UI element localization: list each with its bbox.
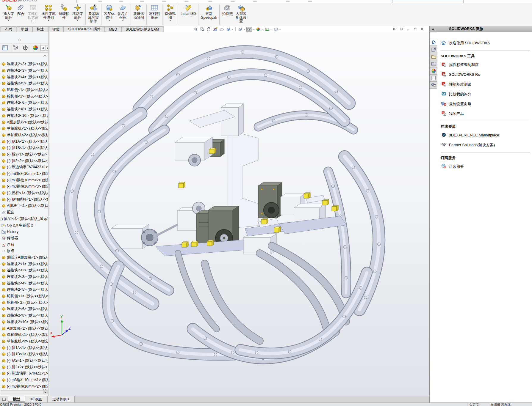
dropdown-caret-icon[interactable]: [231, 29, 233, 30]
tree-row[interactable]: G6 2,0 中的配合: [0, 222, 48, 229]
toolbar-button-update-speedpak[interactable]: 更新 Speedpak: [199, 3, 218, 26]
pane-next-icon[interactable]: [399, 27, 404, 31]
tree-row[interactable]: 连接块2<4> (默认<<默认>: [0, 280, 48, 287]
ribbon-tab[interactable]: SOLIDWORKS 插件: [64, 26, 105, 32]
tree-row[interactable]: (-) m3铜柱10mm<3> (默认: [0, 183, 48, 190]
tree-row[interactable]: 连接块2<5> (默认<<默认>: [0, 287, 48, 293]
tree-row[interactable]: (-) 腿2<2> (默认<<默认>_: [0, 158, 48, 164]
tree-row[interactable]: 连接块2<8> (默认<<默认>: [0, 312, 48, 319]
tree-row[interactable]: (-) 腿1B<1> (默认<<默认>: [0, 351, 48, 358]
task-pane-item[interactable]: SW订阅服务: [441, 163, 530, 169]
graphics-viewport[interactable]: YXZ: [50, 32, 429, 396]
task-pane-tab-view-palette[interactable]: [430, 60, 437, 67]
tree-row[interactable]: -) 腿A1<4> (默认<默认_显示状: [0, 216, 48, 222]
dropdown-caret-icon[interactable]: [279, 29, 281, 30]
task-pane-item[interactable]: 比较我的评分: [441, 91, 530, 97]
tree-row[interactable]: A腿加强<2> (默认<<默认>: [0, 119, 48, 125]
pane-previous-icon[interactable]: [392, 27, 397, 31]
tree-row[interactable]: 舵机侧<2> (默认<<默认>_: [0, 93, 48, 100]
tree-row[interactable]: (-) m3铜柱10mm<2> (默认: [0, 383, 48, 390]
tree-horizontal-scrollbar[interactable]: ▶: [1, 390, 48, 394]
tree-row[interactable]: 连接块2<6> (默认<<默认>: [0, 100, 48, 106]
panel-handle-dot[interactable]: [18, 39, 21, 41]
tree-row[interactable]: (-) m3铜柱10mm<1> (默认: [0, 171, 48, 177]
tree-row[interactable]: 单轴舵机<2> (默认<<默认:: [0, 132, 48, 139]
task-pane-item[interactable]: Partner Solutions(解决方案): [441, 142, 530, 148]
zoom-area-icon[interactable]: [199, 27, 205, 32]
task-pane-tab-appearances[interactable]: [430, 67, 437, 74]
toolbar-button-new-motion-study[interactable]: 新建运 动算例: [132, 3, 145, 26]
ribbon-tab[interactable]: 标注: [32, 26, 48, 32]
ribbon-tab[interactable]: 布局: [1, 26, 16, 32]
dropdown-caret-icon[interactable]: [261, 29, 263, 30]
toolbar-button-bom[interactable]: 材料明 细表: [148, 3, 161, 26]
tree-row[interactable]: (-) 腿2<1> (默认<<默认>_: [0, 151, 48, 158]
section-view-icon[interactable]: [212, 27, 218, 32]
tree-row[interactable]: (-) 摇杆<1> (默认<<默认>_: [0, 190, 48, 196]
task-pane-tab-custom-properties[interactable]: [430, 74, 437, 81]
tree-row[interactable]: (-) m3铜柱10mm<2> (默认: [0, 177, 48, 183]
task-pane-tab-design-library[interactable]: [430, 46, 437, 53]
dropdown-caret-icon[interactable]: [77, 20, 79, 21]
tree-row[interactable]: (-) 腿1A<1> (默认<<默认>: [0, 344, 48, 351]
ribbon-tab[interactable]: SOLIDWORKS CAM: [121, 26, 163, 32]
tree-row[interactable]: 连接块2<3> (默认<<默认>: [0, 274, 48, 280]
document-tab-inactive[interactable]: 3D 视图: [25, 396, 48, 402]
tree-row[interactable]: 单轴舵机<2> (默认<<默认:: [0, 338, 48, 345]
dropdown-caret-icon[interactable]: [8, 20, 10, 21]
tree-row[interactable]: 连接块2<6> (默认<<默认>: [0, 306, 48, 312]
dropdown-caret-icon[interactable]: [48, 20, 49, 21]
tree-row[interactable]: 传感器: [0, 235, 48, 242]
tree-row[interactable]: 舵机侧<1> (默认<<默认>_: [0, 293, 48, 300]
hide-show-items-icon[interactable]: [246, 27, 252, 32]
task-pane-item[interactable]: S属性标签编制程序: [441, 62, 530, 68]
collapse-pane-icon[interactable]: «: [432, 27, 434, 31]
welcome-link[interactable]: 欢迎使用 SOLIDWORKS: [441, 40, 530, 46]
restore-icon[interactable]: [413, 27, 418, 31]
toolbar-button-assembly-features[interactable]: 装配体 特征: [102, 3, 116, 26]
toolbar-button-mate[interactable]: 配合: [15, 3, 26, 26]
task-pane-item[interactable]: SRxSOLIDWORKS Rx: [441, 72, 530, 78]
panel-tab-left-arrow-icon[interactable]: ◀: [40, 45, 45, 51]
ribbon-tab[interactable]: MBD: [105, 26, 121, 32]
tree-row[interactable]: 连接块2<10> (默认<<默认: [0, 113, 48, 119]
tree-row[interactable]: 连接块2<3> (默认<<默认>: [0, 67, 48, 74]
task-pane-tab-home[interactable]: [430, 39, 437, 46]
dropdown-caret-icon[interactable]: [243, 29, 245, 30]
tree-row[interactable]: (-) 腿2<1> (默认<<默认>_: [0, 358, 48, 364]
tree-row[interactable]: 原点: [0, 248, 48, 254]
toolbar-button-move-component[interactable]: 移动零 部件: [71, 3, 85, 26]
toolbar-button-instant3d[interactable]: Instant3D: [179, 3, 197, 26]
close-icon[interactable]: [420, 27, 425, 31]
tree-row[interactable]: 连接块2<1> (默认<<默认>: [0, 261, 48, 267]
toolbar-button-smart-fasteners[interactable]: 智能扣 件: [57, 3, 71, 26]
view-settings-icon[interactable]: [273, 27, 279, 32]
toolbar-button-large-assembly[interactable]: 大型装 配体设 置: [234, 3, 248, 26]
tree-row[interactable]: 单轴舵机<1> (默认<<默认:: [0, 125, 48, 132]
tree-row[interactable]: 连接块2<4> (默认<<默认>: [0, 74, 48, 80]
tree-row[interactable]: (固定) A腿加强<1> (默认<<: [0, 254, 48, 261]
previous-view-icon[interactable]: [206, 27, 212, 32]
tree-row[interactable]: (-) 腿1B<1> (默认<<默认>: [0, 145, 48, 151]
split-view-icon[interactable]: [0, 396, 8, 402]
view-orientation-icon[interactable]: [226, 27, 231, 32]
tree-row[interactable]: 连接块2<8> (默认<<默认>: [0, 106, 48, 113]
edit-appearance-icon[interactable]: [255, 27, 261, 32]
tree-row[interactable]: (-) m3铜柱10mm<1> (默认: [0, 377, 48, 383]
tree-row[interactable]: (-) 带边轴承F6704ZZ<1> (默: [0, 370, 48, 377]
tree-row[interactable]: 连接块2<2> (默认<<默认>: [0, 267, 48, 274]
tree-row[interactable]: A腿法兰<1> (默认<<默认>: [0, 203, 48, 209]
display-style-icon[interactable]: [237, 27, 243, 32]
tree-row[interactable]: A注解: [0, 241, 48, 248]
apply-scene-icon[interactable]: [264, 27, 270, 32]
tree-row[interactable]: 连接块2<5> (默认<<默认>: [0, 80, 48, 87]
tree-row[interactable]: 舵机侧<1> (默认<<默认>_: [0, 87, 48, 93]
tree-row[interactable]: (-) 腿辅助杆<1> (默认<<默: [0, 196, 48, 203]
task-pane-item[interactable]: S性能基准测试: [441, 81, 530, 87]
toolbar-button-reference-geometry[interactable]: 参考几 何体: [116, 3, 130, 26]
tree-scroll-up-icon[interactable]: [43, 53, 46, 58]
tree-row[interactable]: (-) 腿1A<1> (默认<<默认>: [0, 138, 48, 145]
tree-row[interactable]: History: [0, 229, 48, 235]
tree-row[interactable]: 连接块2<2> (默认<<默认>: [0, 61, 48, 67]
dropdown-caret-icon[interactable]: [122, 20, 124, 21]
